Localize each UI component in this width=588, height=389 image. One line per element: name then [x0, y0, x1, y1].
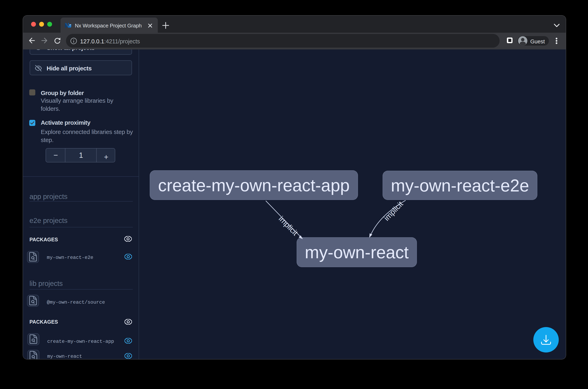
- svg-text:implicit: implicit: [277, 215, 300, 237]
- svg-text:implicit: implicit: [382, 199, 405, 222]
